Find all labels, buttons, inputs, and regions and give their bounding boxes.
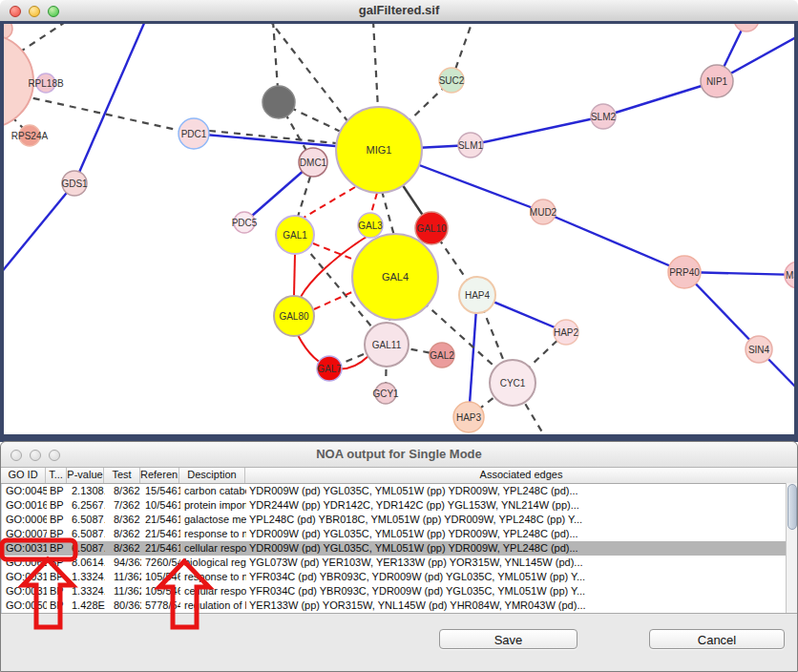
save-button[interactable]: Save [439, 629, 578, 649]
node-label: GAL4 [382, 271, 409, 283]
graph-edges [4, 24, 794, 434]
node-GAL10[interactable]: GAL10 [415, 212, 448, 244]
column-header-referen-[interactable]: Referen... [140, 468, 179, 483]
table-cell: 10/54615 [141, 498, 180, 513]
table-cell: 5778/54... [141, 598, 180, 613]
table-cell: 21/54615 [141, 527, 180, 541]
node-circle[interactable] [734, 24, 759, 32]
node-HAP2[interactable]: HAP2 [554, 320, 579, 345]
node-label: CYC1 [500, 378, 526, 388]
node-SLM2[interactable]: SLM2 [591, 104, 617, 129]
table-cell: BP [47, 541, 68, 556]
column-header-go-id[interactable]: GO ID [1, 468, 46, 483]
node-GAL7[interactable]: GAL7 [317, 356, 342, 381]
node-GAL4[interactable]: GAL4 [352, 234, 438, 320]
network-view[interactable]: RPL18BRPS24AGDS1PDC1DMC1MIG1SUC2SLM1SLM2… [4, 24, 794, 434]
node-label: PRP40 [669, 267, 700, 278]
table-row[interactable]: GO:0065...BP8.0614...94/3627260/54...bio… [2, 556, 797, 570]
node-label: GAL7 [317, 364, 342, 374]
edge-dash [298, 177, 310, 217]
column-header-p-value[interactable]: P-value [67, 468, 104, 483]
network-window-titlebar[interactable]: galFiltered.sif [0, 0, 798, 22]
table-row[interactable]: GO:0016...BP6.2567...7/36210/54615protei… [2, 498, 797, 513]
node-top-pink[interactable] [734, 24, 759, 32]
node-HAP4[interactable]: HAP4 [459, 277, 495, 313]
table-cell: BP [47, 527, 68, 541]
node-NIP1[interactable]: NIP1 [701, 65, 733, 97]
table-cell: cellular respons... [180, 584, 246, 598]
table-cell: 8/362 [105, 513, 141, 527]
node-label: GAL2 [430, 350, 454, 361]
table-cell: YDR244W (pp) YDR142C, YDR142C (pp) YGL15… [246, 498, 797, 513]
node-SLM1[interactable]: SLM1 [458, 133, 484, 158]
node-SIN4[interactable]: SIN4 [746, 336, 772, 363]
node-corner-pink[interactable] [4, 24, 12, 39]
table-cell: YDR009W (pd) YGL035C, YML051W (pp) YDR00… [246, 527, 797, 541]
node-GAL11[interactable]: GAL11 [365, 323, 409, 367]
table-row[interactable]: GO:0050...BP1.428E...80/3625778/54...reg… [2, 598, 797, 613]
table-cell: GO:0016... [2, 498, 47, 513]
node-label: GAL1 [283, 230, 307, 241]
table-cell: YER133W (pp) YOR315W, YNL145W (pd) YHR08… [246, 598, 797, 613]
node-label: HAP2 [554, 327, 579, 338]
node-GCY1[interactable]: GCY1 [372, 383, 399, 404]
node-GDS1[interactable]: GDS1 [61, 171, 88, 196]
node-GAL80[interactable]: GAL80 [274, 296, 314, 336]
table-cell: 8.0614... [68, 556, 105, 570]
table-row[interactable]: GO:0031...BP6.5087...8/36221/54615cellul… [2, 541, 797, 556]
node-CYC1[interactable]: CYC1 [490, 360, 536, 406]
table-cell: 8/362 [105, 527, 141, 541]
table-cell: GO:0031... [2, 570, 47, 584]
edge-dash [373, 24, 378, 109]
node-PRP40[interactable]: PRP40 [668, 256, 701, 288]
column-header-test[interactable]: Test [104, 468, 140, 483]
node-SUC2[interactable]: SUC2 [439, 68, 465, 93]
node-gray-node[interactable] [262, 86, 295, 118]
table-cell: galactose meta... [180, 513, 246, 527]
node-circle[interactable] [4, 24, 12, 39]
table-row[interactable]: GO:0045...BP2.1308...8/36215/54615carbon… [2, 484, 797, 498]
table-cell: 94/362 [105, 556, 141, 570]
table-cell: BP [47, 584, 68, 598]
network-view-frame: RPL18BRPS24AGDS1PDC1DMC1MIG1SUC2SLM1SLM2… [0, 21, 798, 442]
node-MUD2[interactable]: MUD2 [530, 200, 557, 224]
column-header-t-[interactable]: T... [46, 468, 67, 483]
table-row[interactable]: GO:0007...BP6.5087...8/36221/54615respon… [2, 527, 797, 541]
table-row[interactable]: GO:0031...BP1.3324...11/362105/546...res… [2, 570, 797, 584]
table-header-row[interactable]: GO IDT...P-valueTestReferen...Desciption… [1, 468, 797, 484]
table-cell: 21/54615 [141, 541, 180, 556]
node-label: RPS24A [11, 131, 49, 141]
node-label: PDC5 [232, 218, 258, 228]
column-header-associated-edges[interactable]: Associated edges [245, 468, 797, 483]
node-label: GAL80 [279, 311, 309, 322]
node-GAL2[interactable]: GAL2 [430, 343, 454, 368]
table-cell: BP [47, 598, 68, 613]
table-body: GO:0045...BP2.1308...8/36215/54615carbon… [1, 484, 797, 613]
node-label: SLM1 [458, 140, 484, 151]
noa-window-titlebar[interactable]: NOA output for Single Mode [1, 442, 797, 468]
node-label: MSL5 [786, 270, 794, 281]
table-cell: biological regul... [180, 556, 246, 570]
node-label: SLM2 [591, 112, 617, 122]
node-MIG1[interactable]: MIG1 [336, 107, 422, 193]
edge-dash [382, 191, 394, 236]
node-RPS24A[interactable]: RPS24A [11, 125, 49, 146]
column-header-desciption[interactable]: Desciption [179, 468, 245, 483]
cancel-button[interactable]: Cancel [649, 629, 785, 649]
table-cell: GO:0007... [2, 527, 47, 541]
scrollbar-thumb[interactable] [788, 484, 797, 530]
node-circle[interactable] [262, 86, 295, 118]
table-row[interactable]: GO:0006...BP6.5087...8/36221/54615galact… [2, 513, 797, 527]
table-row[interactable]: GO:0031...BP1.3324...11/362105/546...cel… [2, 584, 797, 598]
node-MSL5[interactable]: MSL5 [785, 262, 794, 288]
table-cell: cellular respons... [180, 541, 246, 556]
node-GAL3[interactable]: GAL3 [358, 213, 383, 238]
node-GAL1[interactable]: GAL1 [276, 216, 314, 254]
node-PDC1[interactable]: PDC1 [178, 118, 209, 149]
node-DMC1[interactable]: DMC1 [299, 148, 327, 177]
node-HAP3[interactable]: HAP3 [453, 402, 484, 432]
node-label: MIG1 [367, 144, 392, 156]
node-label: HAP4 [465, 290, 491, 301]
edge-blue [543, 212, 684, 272]
vertical-scrollbar[interactable] [786, 483, 797, 613]
